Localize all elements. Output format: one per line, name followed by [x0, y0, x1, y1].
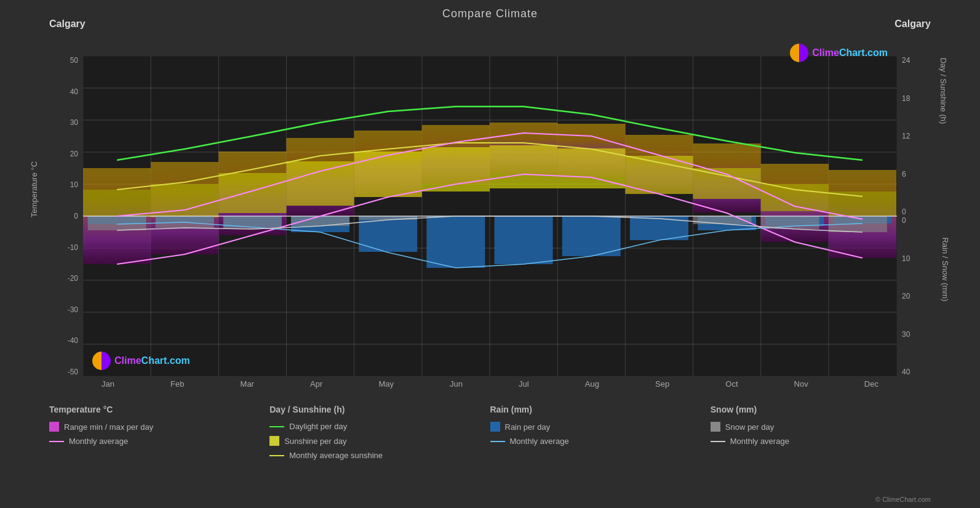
sunshine-bar-swatch	[269, 436, 279, 446]
legend-item-sunshine-avg: Monthly average sunshine	[269, 451, 490, 460]
logo-text-left: ClimeChart.com	[114, 355, 190, 366]
legend-col-temperature: Temperature °C Range min / max per day M…	[49, 405, 269, 501]
page-wrapper: Compare Climate Calgary Calgary Temperat…	[0, 0, 980, 508]
svg-rect-74	[426, 216, 485, 268]
legend-item-temp-range: Range min / max per day	[49, 422, 269, 432]
legend-col-rain: Rain (mm) Rain per day Monthly average	[490, 405, 711, 501]
legend-title-rain: Rain (mm)	[490, 405, 711, 414]
legend-title-sunshine: Day / Sunshine (h)	[269, 405, 490, 414]
svg-rect-63	[490, 145, 557, 188]
x-axis-labels: Jan Feb Mar Apr May Jun Jul Aug Sep Oct …	[83, 379, 897, 389]
chart-svg	[83, 56, 897, 376]
temp-avg-swatch	[49, 441, 64, 442]
temp-avg-label: Monthly average	[69, 437, 128, 446]
rain-avg-swatch	[490, 441, 505, 442]
svg-rect-76	[562, 216, 621, 256]
rain-bar-swatch	[490, 422, 500, 432]
svg-rect-59	[218, 173, 286, 213]
y-axis-right-sunshine: 24 18 12 6 0	[897, 56, 937, 216]
logo-top-right: ClimeChart.com	[790, 44, 888, 62]
snow-bar-label: Snow per day	[725, 422, 775, 432]
page-title: Compare Climate	[0, 0, 980, 20]
svg-rect-77	[630, 216, 688, 240]
legend-area: Temperature °C Range min / max per day M…	[0, 397, 980, 508]
svg-rect-66	[693, 168, 761, 199]
svg-rect-75	[495, 216, 553, 264]
y-axis-left-label: Temperature °C	[30, 161, 39, 217]
y-axis-right-rain-label: Rain / Snow (mm)	[940, 237, 949, 301]
legend-item-daylight: Daylight per day	[269, 422, 490, 431]
copyright: © ClimeChart.com	[875, 496, 931, 503]
sunshine-avg-label: Monthly average sunshine	[289, 451, 383, 460]
rain-bar-label: Rain per day	[505, 422, 551, 432]
snow-bar-swatch	[711, 422, 720, 432]
svg-rect-64	[557, 148, 625, 188]
legend-item-temp-avg: Monthly average	[49, 437, 269, 446]
legend-col-sunshine: Day / Sunshine (h) Daylight per day Suns…	[269, 405, 490, 501]
svg-rect-62	[422, 147, 490, 192]
svg-rect-85	[359, 216, 417, 220]
logo-icon-left	[92, 352, 111, 370]
chart-plot	[83, 56, 897, 376]
rain-avg-label: Monthly average	[510, 437, 569, 446]
y-axis-right-sunshine-label: Day / Sunshine (h)	[939, 58, 949, 124]
y-axis-right-rain: 0 10 20 30 40	[897, 216, 937, 376]
svg-rect-57	[83, 190, 151, 216]
snow-avg-label: Monthly average	[730, 437, 789, 446]
y-axis-left: 50 40 30 20 10 0 -10 -20 -30 -40 -50	[43, 56, 83, 376]
svg-rect-67	[761, 184, 829, 211]
legend-col-snow: Snow (mm) Snow per day Monthly average	[711, 405, 931, 501]
legend-item-sunshine-bar: Sunshine per day	[269, 436, 490, 446]
sunshine-bar-label: Sunshine per day	[284, 437, 346, 446]
temp-range-label: Range min / max per day	[64, 422, 153, 432]
logo-bottom-left: ClimeChart.com	[92, 352, 190, 370]
legend-title-snow: Snow (mm)	[711, 405, 931, 414]
daylight-label: Daylight per day	[289, 422, 347, 431]
logo-icon-right	[790, 44, 808, 62]
chart-area: 50 40 30 20 10 0 -10 -20 -30 -40 -50 24 …	[43, 25, 937, 389]
legend-title-temperature: Temperature °C	[49, 405, 269, 414]
legend-item-rain-bar: Rain per day	[490, 422, 711, 432]
temp-range-swatch	[49, 422, 59, 432]
svg-rect-61	[354, 151, 422, 197]
snow-avg-swatch	[711, 441, 725, 442]
logo-text-right: ClimeChart.com	[812, 47, 888, 58]
svg-rect-68	[829, 192, 896, 216]
svg-rect-60	[287, 161, 354, 206]
legend-item-snow-bar: Snow per day	[711, 422, 931, 432]
legend-item-snow-avg: Monthly average	[711, 437, 931, 446]
legend-item-rain-avg: Monthly average	[490, 437, 711, 446]
sunshine-avg-swatch	[269, 455, 284, 456]
daylight-swatch	[269, 426, 284, 427]
